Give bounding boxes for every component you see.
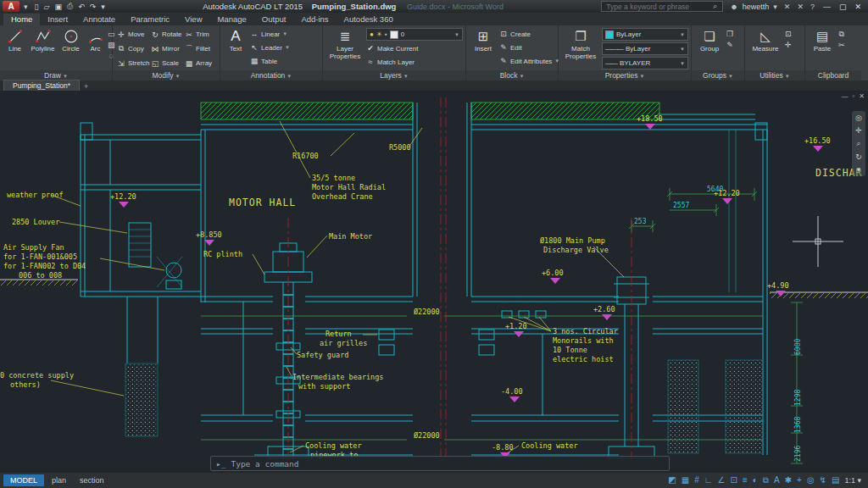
scale-button[interactable]: ◱Scale: [149, 59, 183, 68]
ortho-mode-icon[interactable]: ∟: [704, 475, 713, 485]
grid-display-icon[interactable]: #: [694, 475, 699, 485]
edit-button[interactable]: ✎Edit: [499, 41, 555, 54]
transparency-icon[interactable]: ◐: [753, 475, 758, 485]
annotation-panel-label[interactable]: Annotation▼: [220, 70, 322, 80]
selection-cycling-icon[interactable]: ⧉: [763, 475, 769, 485]
layer-dropdown-icon[interactable]: ▼: [454, 32, 459, 37]
linear-button[interactable]: ↔Linear▼: [250, 27, 318, 41]
groups-panel-label[interactable]: Groups▼: [692, 70, 744, 80]
layer-dropdown[interactable]: ● ☀ ▪ 0 ▼: [366, 28, 463, 41]
mirror-button[interactable]: ⋈Mirror: [149, 45, 183, 53]
navbar-more-icon[interactable]: ▾: [857, 165, 861, 174]
insert-button[interactable]: ⊞ Insert: [469, 27, 498, 53]
drawing-restore-icon[interactable]: ▫: [852, 92, 854, 100]
object-snap-icon[interactable]: ⊡: [731, 475, 737, 485]
line-button[interactable]: Line: [3, 27, 27, 53]
copy-button[interactable]: ⧉Copy: [115, 44, 149, 53]
arc-button[interactable]: Arc: [85, 27, 106, 53]
model-tab[interactable]: MODEL: [3, 474, 44, 486]
match-layer-button[interactable]: ≈Match Layer: [366, 55, 463, 69]
id-point-icon[interactable]: ✛: [785, 41, 792, 49]
edit-attributes-button[interactable]: ✎Edit Attributes▼: [499, 54, 555, 68]
minimize-button[interactable]: —: [819, 3, 835, 11]
ribbon-tab-manage[interactable]: Manage: [210, 14, 254, 25]
zoom-icon[interactable]: ⌕: [856, 139, 860, 148]
drawing-area[interactable]: weather proof2850 LouverAir Supply Fanfo…: [0, 91, 868, 473]
drawing-minimize-icon[interactable]: —: [841, 92, 848, 100]
orbit-icon[interactable]: ↻: [855, 152, 862, 161]
plot-icon[interactable]: ⎙: [64, 2, 75, 11]
create-button[interactable]: ⊡Create: [499, 27, 555, 41]
ribbon-tab-autodesk-360[interactable]: Autodesk 360: [337, 14, 401, 25]
ribbon-tab-output[interactable]: Output: [254, 14, 294, 25]
search-input[interactable]: [604, 2, 710, 12]
ungroup-icon[interactable]: ❐: [726, 30, 733, 38]
move-button[interactable]: ✛Move: [115, 30, 149, 39]
ribbon-tab-insert[interactable]: Insert: [40, 14, 75, 25]
close-button[interactable]: ✕: [850, 3, 865, 11]
save-icon[interactable]: ▣: [52, 3, 64, 11]
quick-select-icon[interactable]: ⊡: [785, 30, 792, 38]
block-panel-label[interactable]: Block▼: [466, 70, 558, 80]
cut-clip-icon[interactable]: ✂: [838, 41, 845, 49]
layer-properties-button[interactable]: ≣ Layer Properties: [326, 27, 364, 60]
exchange-apps-icon[interactable]: ✕: [782, 3, 793, 11]
pan-icon[interactable]: ✛: [855, 126, 862, 135]
command-line[interactable]: ▸_ Type a command: [210, 456, 670, 471]
navigation-wheel-icon[interactable]: ◎: [855, 114, 862, 122]
snap-mode-icon[interactable]: ▦: [682, 475, 689, 485]
maximize-button[interactable]: ▢: [835, 3, 851, 11]
lineweight-dropdown-icon[interactable]: ▼: [680, 61, 685, 66]
match-properties-button[interactable]: ❐ Match Properties: [561, 27, 600, 60]
app-menu-button[interactable]: A: [3, 1, 19, 12]
annotation-scale[interactable]: 1:1 ▾: [844, 476, 861, 485]
annotation-visibility-icon[interactable]: A: [774, 475, 780, 485]
isolate-objects-icon[interactable]: ◎: [807, 475, 815, 485]
undo-icon[interactable]: ↶: [75, 3, 87, 11]
group-edit-icon[interactable]: ✎: [726, 41, 733, 49]
open-file-icon[interactable]: ▱: [41, 3, 52, 11]
copy-clip-icon[interactable]: ⧉: [838, 30, 845, 38]
ribbon-tab-home[interactable]: Home: [3, 14, 40, 25]
annotation-monitor-icon[interactable]: +: [797, 475, 802, 485]
graphics-performance-icon[interactable]: ↯: [820, 475, 826, 485]
layers-panel-label[interactable]: Layers▼: [323, 70, 465, 80]
help-button[interactable]: ?: [808, 3, 817, 11]
color-dropdown-icon[interactable]: ▼: [680, 32, 685, 37]
leader-button[interactable]: ↖Leader▼: [250, 41, 318, 54]
fillet-button[interactable]: ⌒Fillet: [183, 43, 217, 54]
properties-panel-label[interactable]: Properties▼: [559, 70, 691, 80]
group-button[interactable]: ❏ Group: [694, 27, 725, 53]
drawing-close-icon[interactable]: ✕: [859, 92, 865, 100]
make-current-button[interactable]: ✔Make Current: [366, 42, 463, 55]
new-file-tab-button[interactable]: +: [80, 82, 92, 91]
text-button[interactable]: A Text: [223, 27, 248, 53]
qat-dropdown-icon[interactable]: ▾: [98, 3, 108, 11]
measure-button[interactable]: ◺ Measure: [748, 27, 783, 53]
new-file-icon[interactable]: ▯: [32, 3, 42, 11]
lineweight-icon[interactable]: ≡: [743, 475, 748, 485]
autodesk360-icon[interactable]: ✕: [794, 3, 806, 11]
paste-button[interactable]: ▤ Paste: [808, 27, 837, 53]
linetype-dropdown-icon[interactable]: ▼: [680, 47, 685, 52]
circle-button[interactable]: Circle: [58, 27, 83, 53]
polyline-button[interactable]: Polyline: [29, 27, 57, 53]
trim-button[interactable]: ✂Trim: [183, 30, 217, 39]
ribbon-tab-annotate[interactable]: Annotate: [75, 14, 123, 25]
redo-icon[interactable]: ↷: [87, 3, 99, 11]
signin-dropdown-icon[interactable]: ▾: [771, 3, 780, 11]
app-menu-dropdown-icon[interactable]: ▾: [21, 3, 31, 11]
table-button[interactable]: ▦Table: [250, 54, 318, 68]
workspace-switching-icon[interactable]: ✱: [785, 475, 792, 485]
polar-tracking-icon[interactable]: ∠: [718, 475, 726, 485]
file-tab-pumping-station[interactable]: Pumping_Station*: [3, 80, 80, 91]
lineweight-dropdown[interactable]: —— BYLAYER ▼: [602, 57, 688, 69]
object-color-dropdown[interactable]: ByLayer ▼: [602, 28, 688, 41]
ribbon-tab-view[interactable]: View: [177, 14, 209, 25]
rotate-button[interactable]: ↻Rotate: [149, 30, 183, 39]
search-icon[interactable]: ⌕: [710, 2, 720, 11]
signin-user[interactable]: hewetth: [743, 3, 770, 11]
ribbon-tab-add-ins[interactable]: Add-ins: [293, 14, 336, 25]
infer-constraints-icon[interactable]: ◩: [668, 475, 676, 485]
ribbon-tab-parametric[interactable]: Parametric: [123, 14, 177, 25]
